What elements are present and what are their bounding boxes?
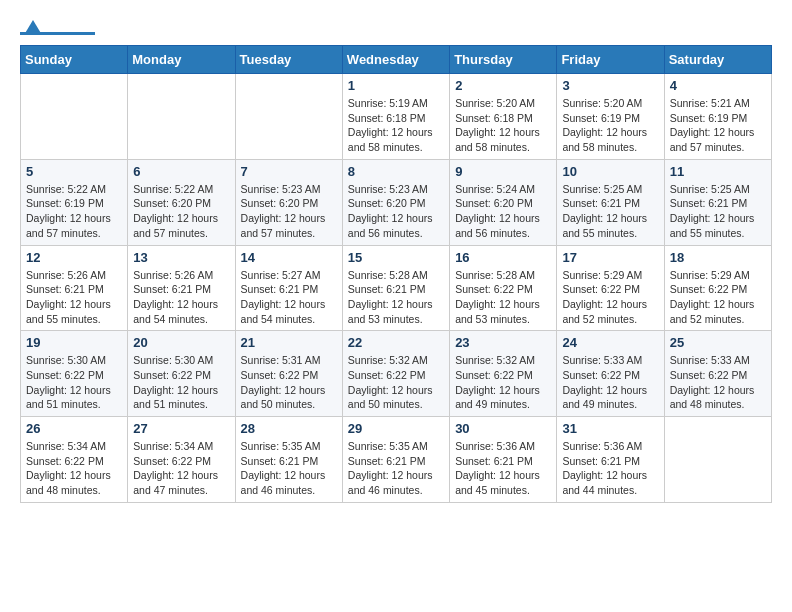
calendar-day-26: 26Sunrise: 5:34 AM Sunset: 6:22 PM Dayli… — [21, 417, 128, 503]
calendar-day-23: 23Sunrise: 5:32 AM Sunset: 6:22 PM Dayli… — [450, 331, 557, 417]
weekday-header-saturday: Saturday — [664, 46, 771, 74]
day-info: Sunrise: 5:26 AM Sunset: 6:21 PM Dayligh… — [133, 268, 229, 327]
calendar-day-31: 31Sunrise: 5:36 AM Sunset: 6:21 PM Dayli… — [557, 417, 664, 503]
calendar-day-5: 5Sunrise: 5:22 AM Sunset: 6:19 PM Daylig… — [21, 159, 128, 245]
day-info: Sunrise: 5:36 AM Sunset: 6:21 PM Dayligh… — [455, 439, 551, 498]
day-info: Sunrise: 5:36 AM Sunset: 6:21 PM Dayligh… — [562, 439, 658, 498]
day-number: 23 — [455, 335, 551, 350]
day-number: 15 — [348, 250, 444, 265]
day-number: 21 — [241, 335, 337, 350]
calendar-day-9: 9Sunrise: 5:24 AM Sunset: 6:20 PM Daylig… — [450, 159, 557, 245]
calendar-day-20: 20Sunrise: 5:30 AM Sunset: 6:22 PM Dayli… — [128, 331, 235, 417]
calendar-day-12: 12Sunrise: 5:26 AM Sunset: 6:21 PM Dayli… — [21, 245, 128, 331]
day-number: 18 — [670, 250, 766, 265]
day-info: Sunrise: 5:29 AM Sunset: 6:22 PM Dayligh… — [670, 268, 766, 327]
calendar-day-18: 18Sunrise: 5:29 AM Sunset: 6:22 PM Dayli… — [664, 245, 771, 331]
day-number: 14 — [241, 250, 337, 265]
day-number: 19 — [26, 335, 122, 350]
calendar-day-21: 21Sunrise: 5:31 AM Sunset: 6:22 PM Dayli… — [235, 331, 342, 417]
calendar-day-10: 10Sunrise: 5:25 AM Sunset: 6:21 PM Dayli… — [557, 159, 664, 245]
calendar-day-17: 17Sunrise: 5:29 AM Sunset: 6:22 PM Dayli… — [557, 245, 664, 331]
calendar-day-29: 29Sunrise: 5:35 AM Sunset: 6:21 PM Dayli… — [342, 417, 449, 503]
day-number: 13 — [133, 250, 229, 265]
day-number: 29 — [348, 421, 444, 436]
day-info: Sunrise: 5:22 AM Sunset: 6:19 PM Dayligh… — [26, 182, 122, 241]
day-info: Sunrise: 5:31 AM Sunset: 6:22 PM Dayligh… — [241, 353, 337, 412]
day-number: 27 — [133, 421, 229, 436]
weekday-header-tuesday: Tuesday — [235, 46, 342, 74]
day-number: 3 — [562, 78, 658, 93]
day-number: 8 — [348, 164, 444, 179]
calendar-day-1: 1Sunrise: 5:19 AM Sunset: 6:18 PM Daylig… — [342, 74, 449, 160]
day-number: 24 — [562, 335, 658, 350]
day-info: Sunrise: 5:20 AM Sunset: 6:19 PM Dayligh… — [562, 96, 658, 155]
day-number: 6 — [133, 164, 229, 179]
calendar-day-27: 27Sunrise: 5:34 AM Sunset: 6:22 PM Dayli… — [128, 417, 235, 503]
weekday-header-thursday: Thursday — [450, 46, 557, 74]
day-number: 4 — [670, 78, 766, 93]
day-number: 10 — [562, 164, 658, 179]
weekday-header-row: SundayMondayTuesdayWednesdayThursdayFrid… — [21, 46, 772, 74]
day-info: Sunrise: 5:35 AM Sunset: 6:21 PM Dayligh… — [348, 439, 444, 498]
day-number: 28 — [241, 421, 337, 436]
calendar-day-8: 8Sunrise: 5:23 AM Sunset: 6:20 PM Daylig… — [342, 159, 449, 245]
calendar-day-15: 15Sunrise: 5:28 AM Sunset: 6:21 PM Dayli… — [342, 245, 449, 331]
day-info: Sunrise: 5:23 AM Sunset: 6:20 PM Dayligh… — [241, 182, 337, 241]
calendar-table: SundayMondayTuesdayWednesdayThursdayFrid… — [20, 45, 772, 503]
day-info: Sunrise: 5:28 AM Sunset: 6:22 PM Dayligh… — [455, 268, 551, 327]
day-info: Sunrise: 5:21 AM Sunset: 6:19 PM Dayligh… — [670, 96, 766, 155]
day-info: Sunrise: 5:25 AM Sunset: 6:21 PM Dayligh… — [562, 182, 658, 241]
day-number: 5 — [26, 164, 122, 179]
calendar-day-6: 6Sunrise: 5:22 AM Sunset: 6:20 PM Daylig… — [128, 159, 235, 245]
logo-underline — [20, 32, 95, 35]
calendar-empty-cell — [235, 74, 342, 160]
day-number: 25 — [670, 335, 766, 350]
page-header — [20, 20, 772, 35]
day-info: Sunrise: 5:29 AM Sunset: 6:22 PM Dayligh… — [562, 268, 658, 327]
calendar-week-4: 19Sunrise: 5:30 AM Sunset: 6:22 PM Dayli… — [21, 331, 772, 417]
calendar-day-7: 7Sunrise: 5:23 AM Sunset: 6:20 PM Daylig… — [235, 159, 342, 245]
day-info: Sunrise: 5:22 AM Sunset: 6:20 PM Dayligh… — [133, 182, 229, 241]
day-info: Sunrise: 5:34 AM Sunset: 6:22 PM Dayligh… — [133, 439, 229, 498]
day-info: Sunrise: 5:26 AM Sunset: 6:21 PM Dayligh… — [26, 268, 122, 327]
calendar-day-30: 30Sunrise: 5:36 AM Sunset: 6:21 PM Dayli… — [450, 417, 557, 503]
calendar-empty-cell — [664, 417, 771, 503]
day-number: 2 — [455, 78, 551, 93]
day-number: 9 — [455, 164, 551, 179]
calendar-day-22: 22Sunrise: 5:32 AM Sunset: 6:22 PM Dayli… — [342, 331, 449, 417]
logo — [20, 20, 95, 35]
day-info: Sunrise: 5:27 AM Sunset: 6:21 PM Dayligh… — [241, 268, 337, 327]
day-info: Sunrise: 5:33 AM Sunset: 6:22 PM Dayligh… — [670, 353, 766, 412]
day-number: 12 — [26, 250, 122, 265]
day-number: 31 — [562, 421, 658, 436]
calendar-week-2: 5Sunrise: 5:22 AM Sunset: 6:19 PM Daylig… — [21, 159, 772, 245]
weekday-header-sunday: Sunday — [21, 46, 128, 74]
calendar-day-13: 13Sunrise: 5:26 AM Sunset: 6:21 PM Dayli… — [128, 245, 235, 331]
calendar-day-4: 4Sunrise: 5:21 AM Sunset: 6:19 PM Daylig… — [664, 74, 771, 160]
day-number: 26 — [26, 421, 122, 436]
day-number: 17 — [562, 250, 658, 265]
day-info: Sunrise: 5:30 AM Sunset: 6:22 PM Dayligh… — [26, 353, 122, 412]
calendar-day-24: 24Sunrise: 5:33 AM Sunset: 6:22 PM Dayli… — [557, 331, 664, 417]
day-number: 16 — [455, 250, 551, 265]
day-info: Sunrise: 5:32 AM Sunset: 6:22 PM Dayligh… — [348, 353, 444, 412]
day-info: Sunrise: 5:19 AM Sunset: 6:18 PM Dayligh… — [348, 96, 444, 155]
calendar-day-25: 25Sunrise: 5:33 AM Sunset: 6:22 PM Dayli… — [664, 331, 771, 417]
day-info: Sunrise: 5:35 AM Sunset: 6:21 PM Dayligh… — [241, 439, 337, 498]
calendar-week-1: 1Sunrise: 5:19 AM Sunset: 6:18 PM Daylig… — [21, 74, 772, 160]
calendar-day-3: 3Sunrise: 5:20 AM Sunset: 6:19 PM Daylig… — [557, 74, 664, 160]
day-info: Sunrise: 5:24 AM Sunset: 6:20 PM Dayligh… — [455, 182, 551, 241]
day-number: 30 — [455, 421, 551, 436]
weekday-header-friday: Friday — [557, 46, 664, 74]
calendar-day-28: 28Sunrise: 5:35 AM Sunset: 6:21 PM Dayli… — [235, 417, 342, 503]
day-info: Sunrise: 5:20 AM Sunset: 6:18 PM Dayligh… — [455, 96, 551, 155]
day-number: 11 — [670, 164, 766, 179]
day-number: 7 — [241, 164, 337, 179]
calendar-empty-cell — [128, 74, 235, 160]
day-info: Sunrise: 5:33 AM Sunset: 6:22 PM Dayligh… — [562, 353, 658, 412]
calendar-day-2: 2Sunrise: 5:20 AM Sunset: 6:18 PM Daylig… — [450, 74, 557, 160]
weekday-header-wednesday: Wednesday — [342, 46, 449, 74]
day-info: Sunrise: 5:30 AM Sunset: 6:22 PM Dayligh… — [133, 353, 229, 412]
day-info: Sunrise: 5:32 AM Sunset: 6:22 PM Dayligh… — [455, 353, 551, 412]
day-number: 20 — [133, 335, 229, 350]
